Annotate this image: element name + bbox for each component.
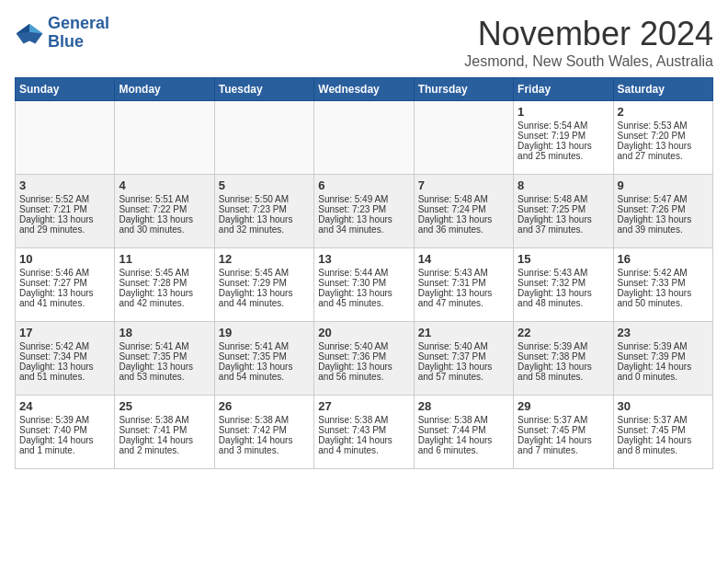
day-info: Sunrise: 5:38 AM [219, 415, 310, 425]
day-info: Sunset: 7:20 PM [618, 131, 709, 141]
day-header-sunday: Sunday [16, 78, 115, 101]
day-number: 8 [518, 178, 609, 192]
title-block: November 2024 Jesmond, New South Wales, … [464, 15, 713, 70]
day-number: 19 [219, 326, 310, 339]
day-info: Sunrise: 5:41 AM [219, 341, 310, 351]
day-info: Daylight: 14 hours [418, 435, 509, 445]
calendar-cell: 9Sunrise: 5:47 AMSunset: 7:26 PMDaylight… [613, 175, 712, 248]
day-info: and 37 minutes. [518, 224, 609, 235]
calendar-cell: 27Sunrise: 5:38 AMSunset: 7:43 PMDayligh… [314, 396, 414, 469]
calendar-cell: 14Sunrise: 5:43 AMSunset: 7:31 PMDayligh… [414, 248, 513, 322]
day-number: 14 [418, 252, 509, 266]
calendar-cell: 4Sunrise: 5:51 AMSunset: 7:22 PMDaylight… [115, 175, 214, 248]
day-info: and 4 minutes. [318, 445, 409, 455]
day-info: Sunrise: 5:45 AM [119, 268, 210, 278]
day-info: Sunset: 7:45 PM [518, 425, 609, 435]
day-info: Daylight: 13 hours [119, 362, 210, 372]
calendar-cell: 23Sunrise: 5:39 AMSunset: 7:39 PMDayligh… [613, 322, 712, 396]
calendar-cell: 13Sunrise: 5:44 AMSunset: 7:30 PMDayligh… [314, 248, 414, 322]
day-number: 10 [19, 252, 110, 266]
day-info: Sunset: 7:32 PM [518, 278, 609, 288]
day-info: Sunrise: 5:43 AM [518, 268, 609, 278]
day-info: and 41 minutes. [19, 298, 110, 308]
day-info: Daylight: 13 hours [219, 362, 310, 372]
calendar-cell: 28Sunrise: 5:38 AMSunset: 7:44 PMDayligh… [414, 396, 513, 469]
day-info: Daylight: 13 hours [219, 214, 310, 224]
calendar-cell: 10Sunrise: 5:46 AMSunset: 7:27 PMDayligh… [16, 248, 115, 322]
day-info: Sunset: 7:25 PM [518, 204, 609, 214]
day-number: 24 [19, 399, 110, 413]
calendar-cell [414, 101, 513, 175]
calendar-week-2: 3Sunrise: 5:52 AMSunset: 7:21 PMDaylight… [16, 175, 713, 248]
day-number: 18 [119, 326, 210, 339]
day-info: and 0 minutes. [618, 372, 709, 382]
day-number: 11 [119, 252, 210, 266]
calendar-week-3: 10Sunrise: 5:46 AMSunset: 7:27 PMDayligh… [16, 248, 713, 322]
day-info: Sunset: 7:43 PM [318, 425, 409, 435]
day-info: and 6 minutes. [418, 445, 509, 455]
calendar-week-4: 17Sunrise: 5:42 AMSunset: 7:34 PMDayligh… [16, 322, 713, 396]
calendar-cell: 17Sunrise: 5:42 AMSunset: 7:34 PMDayligh… [16, 322, 115, 396]
calendar-week-5: 24Sunrise: 5:39 AMSunset: 7:40 PMDayligh… [16, 396, 713, 469]
day-info: Sunset: 7:35 PM [219, 351, 310, 362]
day-info: and 44 minutes. [219, 298, 310, 308]
day-info: and 53 minutes. [119, 372, 210, 382]
day-header-friday: Friday [514, 78, 613, 101]
day-info: Daylight: 13 hours [618, 141, 709, 151]
day-info: Daylight: 13 hours [518, 214, 609, 224]
day-number: 7 [418, 178, 509, 192]
calendar-body: 1Sunrise: 5:54 AMSunset: 7:19 PMDaylight… [16, 101, 713, 469]
day-info: Sunrise: 5:52 AM [19, 194, 110, 204]
day-info: Daylight: 13 hours [19, 288, 110, 298]
day-info: Daylight: 14 hours [318, 435, 409, 445]
calendar-cell: 5Sunrise: 5:50 AMSunset: 7:23 PMDaylight… [214, 175, 313, 248]
calendar-cell: 12Sunrise: 5:45 AMSunset: 7:29 PMDayligh… [214, 248, 313, 322]
day-header-thursday: Thursday [414, 78, 513, 101]
day-info: Daylight: 13 hours [318, 214, 409, 224]
day-info: and 42 minutes. [119, 298, 210, 308]
day-info: and 2 minutes. [119, 445, 210, 455]
day-info: Sunset: 7:26 PM [618, 204, 709, 214]
day-info: and 48 minutes. [518, 298, 609, 308]
day-number: 26 [219, 399, 310, 413]
day-info: and 57 minutes. [418, 372, 509, 382]
day-info: Daylight: 13 hours [418, 362, 509, 372]
day-header-wednesday: Wednesday [314, 78, 414, 101]
day-info: Sunrise: 5:50 AM [219, 194, 310, 204]
month-title: November 2024 [464, 15, 713, 53]
day-info: Sunset: 7:31 PM [418, 278, 509, 288]
day-info: Sunset: 7:40 PM [19, 425, 110, 435]
calendar-cell: 20Sunrise: 5:40 AMSunset: 7:36 PMDayligh… [314, 322, 414, 396]
day-info: Sunrise: 5:47 AM [618, 194, 709, 204]
day-info: Sunset: 7:41 PM [119, 425, 210, 435]
day-header-saturday: Saturday [613, 78, 712, 101]
calendar-table: SundayMondayTuesdayWednesdayThursdayFrid… [15, 77, 713, 469]
calendar-cell [214, 101, 313, 175]
calendar-cell: 24Sunrise: 5:39 AMSunset: 7:40 PMDayligh… [16, 396, 115, 469]
day-info: Sunset: 7:28 PM [119, 278, 210, 288]
day-info: and 32 minutes. [219, 224, 310, 235]
day-info: and 58 minutes. [518, 372, 609, 382]
day-number: 28 [418, 399, 509, 413]
day-info: Daylight: 13 hours [318, 362, 409, 372]
day-info: Sunrise: 5:40 AM [318, 341, 409, 351]
day-info: Sunrise: 5:40 AM [418, 341, 509, 351]
calendar-cell: 1Sunrise: 5:54 AMSunset: 7:19 PMDaylight… [514, 101, 613, 175]
day-info: Sunset: 7:45 PM [618, 425, 709, 435]
day-info: Sunrise: 5:41 AM [119, 341, 210, 351]
day-info: Sunrise: 5:38 AM [119, 415, 210, 425]
day-number: 4 [119, 178, 210, 192]
day-info: Sunset: 7:23 PM [318, 204, 409, 214]
calendar-week-1: 1Sunrise: 5:54 AMSunset: 7:19 PMDaylight… [16, 101, 713, 175]
calendar-cell: 30Sunrise: 5:37 AMSunset: 7:45 PMDayligh… [613, 396, 712, 469]
day-info: Sunset: 7:22 PM [119, 204, 210, 214]
day-info: Daylight: 13 hours [518, 288, 609, 298]
day-info: Sunset: 7:27 PM [19, 278, 110, 288]
day-number: 29 [518, 399, 609, 413]
day-info: Sunset: 7:29 PM [219, 278, 310, 288]
day-info: and 36 minutes. [418, 224, 509, 235]
day-info: Sunset: 7:34 PM [19, 351, 110, 362]
day-info: Sunrise: 5:45 AM [219, 268, 310, 278]
day-info: Sunrise: 5:42 AM [618, 268, 709, 278]
calendar-cell: 15Sunrise: 5:43 AMSunset: 7:32 PMDayligh… [514, 248, 613, 322]
